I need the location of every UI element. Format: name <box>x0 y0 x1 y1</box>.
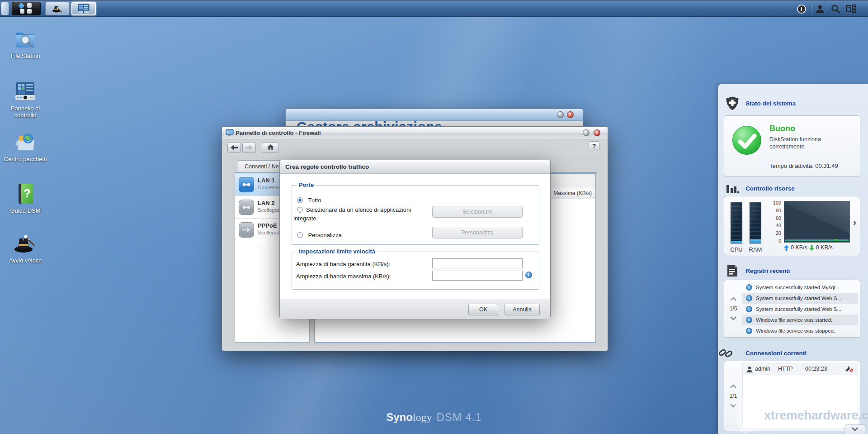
resource-chart-icon <box>726 182 740 195</box>
watermark-text: xtremehardware.com <box>764 409 868 423</box>
disconnect-icon[interactable] <box>845 366 853 372</box>
connections-page-indicator: 1/1 <box>730 393 737 399</box>
show-desktop-button[interactable] <box>1 2 9 15</box>
log-info-icon: i <box>746 284 752 291</box>
firewall-toolbar: ? <box>222 139 608 156</box>
radio-option-all[interactable]: Tutto <box>297 196 321 204</box>
widget-panel: Stato del sistema Buono DiskStation funz… <box>718 84 868 434</box>
logs-page-indicator: 1/5 <box>730 305 737 312</box>
customize-ports-button[interactable]: Personalizza <box>432 227 523 238</box>
cancel-button[interactable]: Annulla <box>505 304 540 315</box>
user-icon <box>746 366 753 373</box>
taskbar: i <box>0 0 868 17</box>
log-entry: iWindows file service was stopped. <box>742 325 858 336</box>
info-icon[interactable]: i <box>794 3 809 15</box>
desktop-icon-quick-start[interactable]: Avvio veloce <box>3 232 48 264</box>
desktop-icon-package-center[interactable]: Centro pacchetti <box>3 130 48 162</box>
connection-time: 00:23:23 <box>805 366 827 372</box>
connection-row: admin HTTP 00:23:23 <box>743 363 858 375</box>
max-bandwidth-input[interactable] <box>432 271 523 281</box>
search-icon[interactable] <box>828 3 843 15</box>
file-station-icon <box>3 27 48 51</box>
back-arrow-icon <box>231 145 238 150</box>
recent-logs-card: 1/5 iSystem successfully started Mysql..… <box>724 280 860 338</box>
pager-up-icon[interactable] <box>730 384 736 388</box>
select-apps-label: Selezionare <box>462 209 492 215</box>
home-icon <box>267 144 274 151</box>
ports-legend: Porte <box>297 181 316 188</box>
log-entries: iSystem successfully started Mysql... iS… <box>742 282 858 335</box>
ram-label: RAM <box>748 246 763 253</box>
lan-connected-icon <box>239 177 254 192</box>
taskbar-control-panel-button[interactable] <box>71 2 96 15</box>
uptime-text: Tempo di attività: 00:31:49 <box>769 162 838 169</box>
radio-option-list[interactable]: Selezionare da un elenco di applicazioni… <box>293 205 434 223</box>
pager-up-icon[interactable] <box>730 297 736 301</box>
back-button[interactable] <box>227 142 241 153</box>
connection-protocol: HTTP <box>778 366 793 372</box>
forward-button[interactable] <box>242 142 256 153</box>
window-title: Pannello di controllo - Firewall <box>236 129 321 136</box>
cpu-gauge <box>731 202 742 243</box>
home-button[interactable] <box>262 142 279 153</box>
radio-select-list[interactable] <box>297 207 303 213</box>
cpu-label: CPU <box>729 246 744 253</box>
log-entry: iSystem successfully started Web S... <box>742 304 858 315</box>
widget-panel-collapse-button[interactable] <box>844 424 865 434</box>
dsm-version: DSM 4.1 <box>436 411 481 423</box>
ok-button[interactable]: OK <box>468 304 498 315</box>
radio-all[interactable] <box>297 197 303 203</box>
widget-title-connections: Connessioni correnti <box>745 350 807 357</box>
radio-list-label: Selezionare da un elenco di applicazioni… <box>293 206 411 222</box>
limits-legend: Impostazioni limite velocità <box>297 248 377 255</box>
status-detail: DiskStation funziona correttamente. <box>769 136 849 150</box>
close-button[interactable]: ✕ <box>567 111 574 118</box>
download-rate: 0 KB/s <box>816 244 833 251</box>
pilot-view-icon[interactable] <box>843 3 859 15</box>
desktop-icon-label: Pannello di controllo <box>3 105 48 119</box>
dialog-footer: OK Annulla <box>280 299 550 319</box>
interface-name: LAN 2 <box>258 200 275 206</box>
logs-pager: 1/5 <box>724 280 742 337</box>
desktop-icon-file-station[interactable]: File Station <box>3 27 48 59</box>
log-info-icon: i <box>746 317 752 323</box>
network-chart-axis: 10080 6040 200 <box>767 200 781 243</box>
desktop-icon-label: Guida DSM <box>3 207 48 214</box>
desktop-icon-control-panel[interactable]: Pannello di controllo <box>3 80 48 119</box>
desktop-icon-label: Centro pacchetti <box>3 156 48 162</box>
minimize-button[interactable] <box>557 111 564 118</box>
main-menu-icon <box>18 3 34 14</box>
desktop-icon-dsm-help[interactable]: ? Guida DSM <box>3 182 48 214</box>
traffic-rule-dialog: Crea regole controllo traffico Porte Tut… <box>279 160 551 319</box>
ram-gauge <box>750 202 761 243</box>
help-label: ? <box>592 143 596 150</box>
radio-option-custom[interactable]: Personalizza <box>297 231 342 239</box>
log-entry: iSystem successfully started Web S... <box>742 293 858 304</box>
main-menu-button[interactable] <box>12 2 41 15</box>
magic-hat-icon <box>52 3 63 14</box>
taskbar-separator <box>811 4 811 14</box>
guaranteed-bandwidth-input[interactable] <box>432 258 523 268</box>
lan-disconnected-icon <box>239 200 254 215</box>
forward-arrow-icon <box>245 145 253 150</box>
guaranteed-bandwidth-label: Ampiezza di banda garantita (KB/s): <box>296 261 390 267</box>
select-apps-button[interactable]: Selezionare <box>432 206 523 218</box>
help-button[interactable]: ? <box>589 141 599 151</box>
interface-status: Scollegato <box>258 207 282 213</box>
taskbar-quick-start-button[interactable] <box>45 2 70 15</box>
radio-custom-label: Personalizza <box>308 232 341 238</box>
radio-custom[interactable] <box>297 232 303 238</box>
firewall-window-titlebar: Pannello di controllo - Firewall ✕ <box>222 127 608 139</box>
resource-detail-chevron[interactable]: › <box>853 218 856 227</box>
log-info-icon: i <box>746 306 752 312</box>
bandwidth-info-icon[interactable]: i <box>525 272 532 278</box>
tab-label: Consenti / Ne <box>245 163 279 170</box>
log-entry: iSystem successfully started Mysql... <box>742 282 858 293</box>
user-icon[interactable] <box>812 3 828 15</box>
interface-status: Scollegato <box>258 230 282 235</box>
network-rates: 0 KB/s 0 KB/s <box>784 244 833 251</box>
minimize-button[interactable] <box>583 129 590 136</box>
pager-down-icon[interactable] <box>730 316 736 320</box>
close-button[interactable]: ✕ <box>594 129 600 136</box>
download-arrow-icon <box>809 245 814 251</box>
